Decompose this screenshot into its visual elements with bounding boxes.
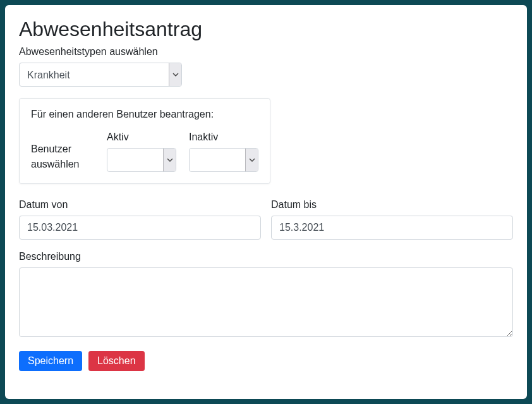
absence-type-label: Abwesenheitstypen auswählen — [19, 46, 513, 58]
active-label: Aktiv — [107, 132, 176, 143]
date-to-label: Datum bis — [271, 199, 513, 211]
page-title: Abwesenheitsantrag — [19, 18, 513, 41]
save-button[interactable]: Speichern — [19, 351, 82, 371]
absence-type-select-wrap: Krankheit — [19, 63, 182, 87]
other-user-title: Für einen anderen Benutzer beantragen: — [31, 109, 258, 120]
absence-type-select[interactable]: Krankheit — [19, 63, 182, 87]
date-from-input[interactable] — [19, 216, 261, 240]
inactive-user-select[interactable] — [189, 148, 258, 172]
select-user-label: Benutzer auswählen — [31, 142, 94, 172]
date-to-input[interactable] — [271, 216, 513, 240]
delete-button[interactable]: Löschen — [88, 351, 145, 371]
absence-request-card: Abwesenheitsantrag Abwesenheitstypen aus… — [5, 5, 527, 399]
inactive-label: Inaktiv — [189, 132, 258, 143]
description-textarea[interactable] — [19, 267, 513, 337]
other-user-card: Für einen anderen Benutzer beantragen: B… — [19, 98, 270, 184]
date-from-label: Datum von — [19, 199, 261, 211]
active-user-select[interactable] — [107, 148, 176, 172]
description-label: Beschreibung — [19, 251, 513, 262]
